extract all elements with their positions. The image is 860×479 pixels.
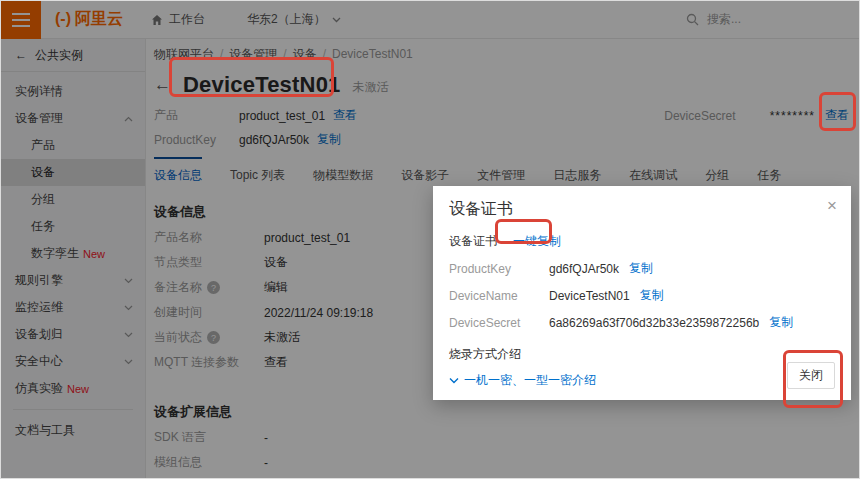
burn-method-expand-link[interactable]: 一机一密、一型一密介绍 — [449, 372, 835, 389]
close-button[interactable]: 关闭 — [787, 362, 835, 389]
close-icon[interactable]: × — [827, 197, 837, 214]
devicesecret-copy-link[interactable]: 复制 — [769, 314, 793, 331]
modal-row-devicesecret: DeviceSecret 6a86269a63f706d32b33e235987… — [449, 314, 835, 331]
app-window: (-) 阿里云 工作台 华东2（上海） 搜索... ← 公共实例 实例详情 设备… — [0, 0, 860, 479]
cert-row: 设备证书 一键复制 — [449, 233, 835, 250]
productkey-copy-link[interactable]: 复制 — [629, 260, 653, 277]
cert-label: 设备证书 — [449, 233, 497, 250]
copy-all-link[interactable]: 一键复制 — [513, 233, 561, 250]
modal-title: 设备证书 — [449, 199, 835, 220]
burn-method-heading: 烧录方式介绍 — [449, 346, 835, 363]
devicename-copy-link[interactable]: 复制 — [640, 287, 664, 304]
modal-row-devicename: DeviceName DeviceTestN01 复制 — [449, 287, 835, 304]
modal-row-productkey: ProductKey gd6fQJAr50k 复制 — [449, 260, 835, 277]
chevron-down-icon — [449, 377, 459, 384]
device-certificate-modal: 设备证书 × 设备证书 一键复制 ProductKey gd6fQJAr50k … — [433, 186, 851, 400]
